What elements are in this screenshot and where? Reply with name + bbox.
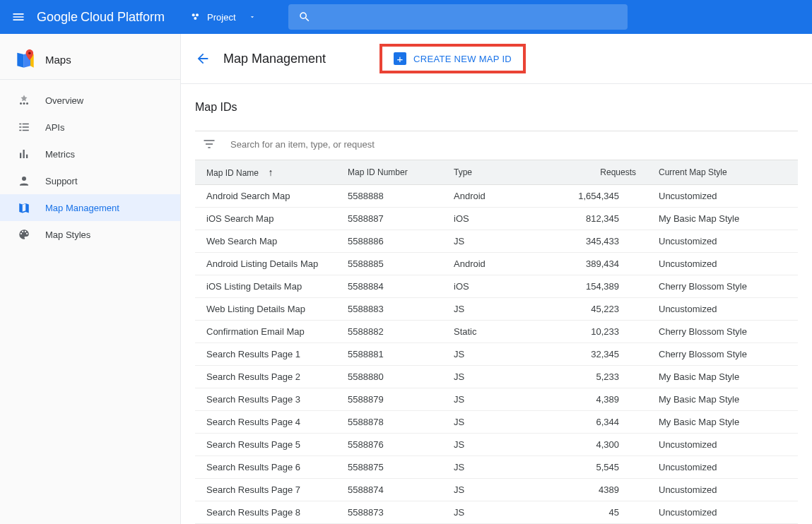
project-label: Project bbox=[207, 12, 235, 23]
table-row[interactable]: Android Listing Details Map5588885Androi… bbox=[195, 253, 798, 275]
platform-logo[interactable]: Google Cloud Platform bbox=[37, 10, 165, 25]
cell-number: 5588886 bbox=[336, 230, 442, 253]
table-row[interactable]: iOS Search Map5588887iOS812,345My Basic … bbox=[195, 208, 798, 230]
cell-style: Cherry Blossom Style bbox=[647, 343, 798, 366]
search-box[interactable] bbox=[288, 4, 628, 30]
page-header: Map Management + CREATE NEW MAP ID bbox=[181, 34, 812, 84]
svg-point-19 bbox=[22, 177, 26, 181]
project-selector[interactable]: Project bbox=[183, 7, 262, 27]
cell-style: Uncustomized bbox=[647, 230, 798, 253]
cell-name: Search Results Page 2 bbox=[195, 366, 336, 388]
col-header-requests[interactable]: Requests bbox=[541, 160, 647, 185]
cell-requests: 45 bbox=[541, 501, 647, 524]
table-row[interactable]: Search Results Page 15588881JS32,345Cher… bbox=[195, 343, 798, 366]
cell-style: My Basic Map Style bbox=[647, 411, 798, 434]
menu-icon[interactable] bbox=[11, 10, 25, 24]
support-icon bbox=[17, 174, 31, 187]
svg-rect-18 bbox=[26, 155, 28, 158]
sidebar-item-overview[interactable]: Overview bbox=[0, 87, 180, 114]
svg-rect-16 bbox=[20, 153, 21, 159]
sidebar-item-label: Metrics bbox=[45, 149, 75, 160]
cell-name: Search Results Page 6 bbox=[195, 456, 336, 479]
cell-type: Static bbox=[442, 321, 541, 343]
sidebar-header[interactable]: Maps bbox=[0, 42, 180, 80]
cell-style: Uncustomized bbox=[647, 185, 798, 208]
cell-type: JS bbox=[442, 411, 541, 434]
cell-style: Uncustomized bbox=[647, 298, 798, 321]
sidebar-item-label: Map Styles bbox=[45, 230, 90, 240]
project-dots-icon bbox=[190, 11, 201, 23]
cell-type: JS bbox=[442, 501, 541, 524]
col-header-style[interactable]: Current Map Style bbox=[647, 160, 798, 185]
table-row[interactable]: Search Results Page 35588879JS4,389My Ba… bbox=[195, 388, 798, 411]
cell-requests: 5,233 bbox=[541, 366, 647, 388]
cell-name: Search Results Page 5 bbox=[195, 434, 336, 456]
table-row[interactable]: Search Results Page 25588880JS5,233My Ba… bbox=[195, 366, 798, 388]
page-title: Map Management bbox=[223, 52, 326, 66]
main-content: Map Management + CREATE NEW MAP ID Map I… bbox=[181, 34, 812, 524]
table-row[interactable]: Web Listing Details Map5588883JS45,223Un… bbox=[195, 298, 798, 321]
cell-style: My Basic Map Style bbox=[647, 208, 798, 230]
cell-type: JS bbox=[442, 366, 541, 388]
cell-number: 5588874 bbox=[336, 479, 442, 501]
cell-name: Search Results Page 3 bbox=[195, 388, 336, 411]
table-row[interactable]: Android Search Map5588888Android1,654,34… bbox=[195, 185, 798, 208]
sidebar-item-metrics[interactable]: Metrics bbox=[0, 141, 180, 167]
cell-number: 5588873 bbox=[336, 501, 442, 524]
cell-requests: 10,233 bbox=[541, 321, 647, 343]
cell-style: Cherry Blossom Style bbox=[647, 321, 798, 343]
sidebar-item-support[interactable]: Support bbox=[0, 167, 180, 194]
cell-name: Web Search Map bbox=[195, 230, 336, 253]
svg-point-8 bbox=[23, 102, 25, 105]
sidebar-item-label: Support bbox=[45, 176, 78, 186]
table-row[interactable]: Web Search Map5588886JS345,433Uncustomiz… bbox=[195, 230, 798, 253]
create-new-map-id-button[interactable]: + CREATE NEW MAP ID bbox=[391, 49, 514, 68]
table-row[interactable]: iOS Listing Details Map5588884iOS154,389… bbox=[195, 275, 798, 298]
map-management-icon bbox=[17, 201, 31, 214]
table-row[interactable]: Search Results Page 45588878JS6,344My Ba… bbox=[195, 411, 798, 434]
cell-requests: 4,300 bbox=[541, 434, 647, 456]
cell-number: 5588880 bbox=[336, 366, 442, 388]
cell-style: Uncustomized bbox=[647, 501, 798, 524]
cell-style: Uncustomized bbox=[647, 479, 798, 501]
col-header-number[interactable]: Map ID Number bbox=[336, 160, 442, 185]
sidebar-item-label: Overview bbox=[45, 95, 83, 106]
filter-icon[interactable] bbox=[202, 137, 216, 151]
cell-type: JS bbox=[442, 343, 541, 366]
back-button[interactable] bbox=[195, 51, 211, 66]
cell-name: Android Listing Details Map bbox=[195, 253, 336, 275]
table-row[interactable]: Confirmation Email Map5588882Static10,23… bbox=[195, 321, 798, 343]
svg-point-6 bbox=[28, 52, 31, 55]
sidebar-item-map-management[interactable]: Map Management bbox=[0, 194, 180, 221]
cell-type: JS bbox=[442, 230, 541, 253]
cell-number: 5588887 bbox=[336, 208, 442, 230]
cell-name: Confirmation Email Map bbox=[195, 321, 336, 343]
table-row[interactable]: Search Results Page 55588876JS4,300Uncus… bbox=[195, 434, 798, 456]
sidebar-item-apis[interactable]: APIs bbox=[0, 114, 180, 141]
cell-number: 5588883 bbox=[336, 298, 442, 321]
overview-icon bbox=[17, 94, 31, 107]
svg-point-2 bbox=[194, 17, 196, 20]
cell-style: Uncustomized bbox=[647, 434, 798, 456]
cell-style: Uncustomized bbox=[647, 456, 798, 479]
table-row[interactable]: Search Results Page 65588875JS5,545Uncus… bbox=[195, 456, 798, 479]
sidebar-item-map-styles[interactable]: Map Styles bbox=[0, 221, 180, 248]
cell-type: JS bbox=[442, 434, 541, 456]
create-button-highlight: + CREATE NEW MAP ID bbox=[379, 44, 526, 73]
col-header-type[interactable]: Type bbox=[442, 160, 541, 185]
filter-input[interactable] bbox=[230, 139, 795, 150]
svg-point-0 bbox=[192, 13, 195, 16]
cell-type: JS bbox=[442, 388, 541, 411]
create-button-label: CREATE NEW MAP ID bbox=[413, 54, 512, 64]
table-row[interactable]: Search Results Page 85588873JS45Uncustom… bbox=[195, 501, 798, 524]
search-input[interactable] bbox=[321, 11, 618, 23]
search-icon bbox=[298, 11, 311, 23]
cell-requests: 32,345 bbox=[541, 343, 647, 366]
col-header-name[interactable]: Map ID Name ↑ bbox=[195, 160, 336, 185]
cell-requests: 4,389 bbox=[541, 388, 647, 411]
plus-icon: + bbox=[394, 52, 406, 65]
sidebar-product-title: Maps bbox=[45, 54, 71, 66]
cell-type: Android bbox=[442, 185, 541, 208]
table-row[interactable]: Search Results Page 75588874JS4389Uncust… bbox=[195, 479, 798, 501]
cell-name: iOS Listing Details Map bbox=[195, 275, 336, 298]
